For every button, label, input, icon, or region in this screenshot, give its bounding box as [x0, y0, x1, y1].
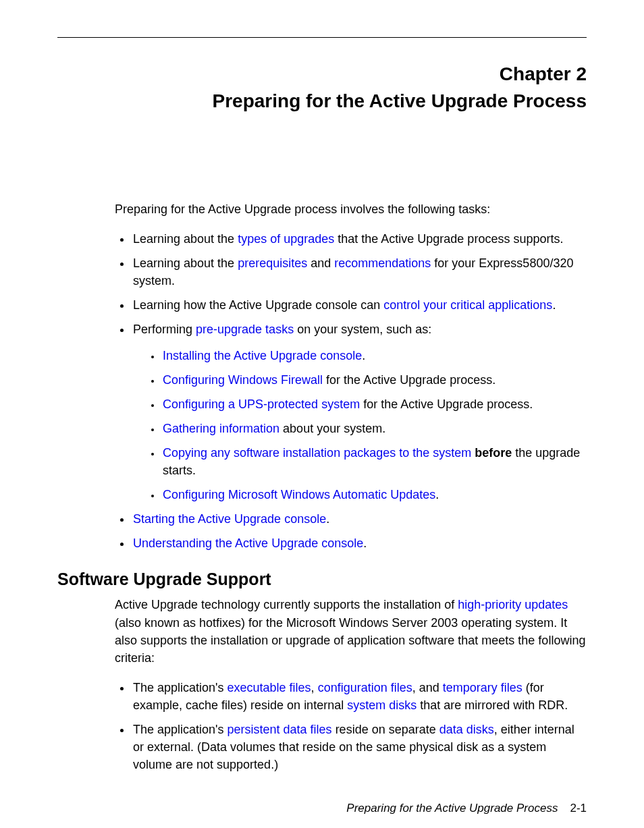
intro-paragraph: Preparing for the Active Upgrade process…	[115, 200, 587, 218]
list-item: Installing the Active Upgrade console.	[161, 347, 587, 364]
page-footer: Preparing for the Active Upgrade Process…	[57, 802, 587, 815]
text-run: reside on separate	[332, 723, 439, 736]
footer-title: Preparing for the Active Upgrade Process	[346, 802, 558, 815]
sub-task-list: Installing the Active Upgrade console. C…	[161, 347, 587, 504]
list-item: Configuring Windows Firewall for the Act…	[161, 371, 587, 389]
section-body: Active Upgrade technology currently supp…	[115, 596, 587, 773]
list-item: Learning how the Active Upgrade console …	[132, 296, 587, 314]
link-configuring-firewall[interactable]: Configuring Windows Firewall	[163, 373, 323, 387]
text-run: Learning how the Active Upgrade console …	[133, 298, 383, 312]
list-item: Performing pre-upgrade tasks on your sys…	[132, 321, 587, 503]
bold-before: before	[475, 446, 512, 460]
list-item: Understanding the Active Upgrade console…	[132, 534, 587, 552]
text-run: (also known as hotfixes) for the Microso…	[115, 616, 585, 665]
link-control-applications[interactable]: control your critical applications	[383, 298, 552, 312]
list-item: Configuring Microsoft Windows Automatic …	[161, 486, 587, 503]
text-run: for the Active Upgrade process.	[360, 397, 533, 411]
top-rule	[57, 37, 587, 38]
list-item: The application's executable files, conf…	[132, 679, 587, 714]
text-run: The application's	[133, 681, 227, 694]
list-item: Copying any software installation packag…	[161, 444, 587, 479]
section-heading-software-upgrade-support: Software Upgrade Support	[57, 570, 587, 589]
text-run: that the Active Upgrade process supports…	[334, 232, 563, 246]
link-pre-upgrade-tasks[interactable]: pre-upgrade tasks	[196, 323, 294, 336]
text-run: Learning about the	[133, 232, 238, 246]
document-page: Chapter 2 Preparing for the Active Upgra…	[0, 0, 644, 828]
section-intro-paragraph: Active Upgrade technology currently supp…	[115, 596, 587, 666]
link-installing-console[interactable]: Installing the Active Upgrade console	[163, 349, 362, 362]
text-run: .	[362, 349, 365, 362]
text-run: Learning about the	[133, 256, 238, 270]
text-run: .	[435, 488, 439, 501]
list-item: The application's persistent data files …	[132, 721, 587, 773]
text-run: that are mirrored with RDR.	[417, 698, 568, 712]
list-item: Learning about the types of upgrades tha…	[132, 230, 587, 248]
footer-page-number: 2-1	[570, 802, 587, 815]
link-copying-packages[interactable]: Copying any software installation packag…	[163, 446, 471, 460]
text-run: for the Active Upgrade process.	[323, 373, 495, 387]
text-run: on your system, such as:	[294, 323, 431, 336]
glossary-configuration-files[interactable]: configuration files	[318, 681, 412, 694]
link-recommendations[interactable]: recommendations	[334, 256, 431, 270]
glossary-system-disks[interactable]: system disks	[347, 698, 417, 712]
text-run: The application's	[133, 723, 227, 736]
glossary-data-disks[interactable]: data disks	[439, 723, 494, 736]
link-configuring-auto-updates[interactable]: Configuring Microsoft Windows Automatic …	[163, 488, 435, 501]
list-item: Gathering information about your system.	[161, 420, 587, 437]
list-item: Starting the Active Upgrade console.	[132, 510, 587, 528]
text-run: ,	[311, 681, 318, 694]
list-item: Configuring a UPS-protected system for t…	[161, 395, 587, 413]
glossary-temporary-files[interactable]: temporary files	[443, 681, 522, 694]
list-item: Learning about the prerequisites and rec…	[132, 254, 587, 289]
chapter-title: Preparing for the Active Upgrade Process	[192, 89, 587, 113]
glossary-executable-files[interactable]: executable files	[227, 681, 311, 694]
task-list: Learning about the types of upgrades tha…	[132, 230, 587, 552]
text-run: .	[552, 298, 556, 312]
criteria-list: The application's executable files, conf…	[132, 679, 587, 773]
link-starting-console[interactable]: Starting the Active Upgrade console	[133, 512, 326, 526]
glossary-persistent-data-files[interactable]: persistent data files	[227, 723, 332, 736]
link-prerequisites[interactable]: prerequisites	[238, 256, 307, 270]
chapter-label: Chapter 2	[57, 63, 587, 85]
text-run: Performing	[133, 323, 196, 336]
text-run: .	[326, 512, 329, 526]
text-run: about your system.	[279, 422, 385, 435]
text-run: .	[363, 536, 367, 550]
body-content: Preparing for the Active Upgrade process…	[115, 200, 587, 552]
link-types-of-upgrades[interactable]: types of upgrades	[238, 232, 334, 246]
link-configuring-ups[interactable]: Configuring a UPS-protected system	[163, 397, 360, 411]
text-run: Active Upgrade technology currently supp…	[115, 598, 458, 611]
link-gathering-information[interactable]: Gathering information	[163, 422, 279, 435]
text-run: for your Express5800/320	[431, 256, 573, 270]
text-run: , and	[412, 681, 443, 694]
glossary-high-priority-updates[interactable]: high-priority updates	[458, 598, 568, 611]
text-run: system.	[133, 274, 175, 287]
link-understanding-console[interactable]: Understanding the Active Upgrade console	[133, 536, 363, 550]
text-run: and	[307, 256, 334, 270]
